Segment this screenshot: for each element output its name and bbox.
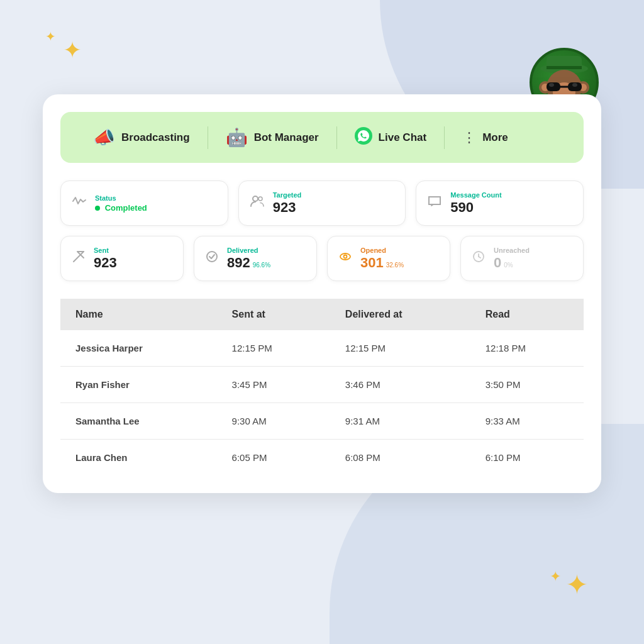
delivered-sub: 96.6% bbox=[253, 262, 270, 269]
svg-point-13 bbox=[572, 83, 577, 87]
eye-icon bbox=[339, 250, 352, 267]
cell-name-2: Samantha Lee bbox=[60, 403, 217, 440]
table-row: Samantha Lee 9:30 AM 9:31 AM 9:33 AM bbox=[60, 403, 584, 440]
svg-point-12 bbox=[549, 83, 554, 87]
message-count-value: 590 bbox=[450, 200, 501, 215]
svg-rect-2 bbox=[547, 66, 582, 69]
targeted-value: 923 bbox=[273, 200, 302, 215]
live-chat-icon bbox=[355, 127, 372, 148]
svg-point-21 bbox=[344, 255, 347, 258]
table-row: Ryan Fisher 3:45 PM 3:46 PM 3:50 PM bbox=[60, 367, 584, 403]
cell-delivered-at-3: 6:08 PM bbox=[330, 440, 470, 476]
stats-row-2: Sent 923 Delivered 892 96.6% bbox=[60, 236, 584, 281]
cell-delivered-at-2: 9:31 AM bbox=[330, 403, 470, 440]
cell-sent-at-3: 6:05 PM bbox=[217, 440, 330, 476]
col-header-sent-at: Sent at bbox=[217, 299, 330, 330]
stat-message-count: Message Count 590 bbox=[416, 180, 584, 226]
unreached-label: Unreached bbox=[494, 247, 530, 254]
stat-targeted: Targeted 923 bbox=[238, 180, 406, 226]
users-icon bbox=[250, 194, 264, 212]
opened-sub: 32.6% bbox=[386, 262, 404, 269]
cell-read-0: 12:18 PM bbox=[470, 330, 584, 367]
nav-divider-3 bbox=[444, 126, 445, 149]
nav-live-chat-label: Live Chat bbox=[379, 131, 427, 144]
sparkle-top-left-small: ✦ bbox=[45, 30, 56, 43]
targeted-content: Targeted 923 bbox=[273, 191, 302, 215]
sent-label: Sent bbox=[94, 247, 117, 254]
unreached-sub: 0% bbox=[504, 262, 513, 269]
status-value: Completed bbox=[95, 203, 147, 213]
nav-item-more[interactable]: ⋮ More bbox=[447, 125, 523, 151]
cell-delivered-at-1: 3:46 PM bbox=[330, 367, 470, 403]
stat-unreached: Unreached 0 0% bbox=[460, 236, 584, 281]
cell-name-0: Jessica Harper bbox=[60, 330, 217, 367]
sparkle-top-left: ✦ bbox=[63, 39, 82, 62]
message-count-content: Message Count 590 bbox=[450, 191, 501, 215]
delivered-label: Delivered bbox=[227, 247, 270, 254]
bot-manager-icon: 🤖 bbox=[226, 129, 248, 147]
opened-value: 301 bbox=[360, 255, 384, 270]
cell-sent-at-2: 9:30 AM bbox=[217, 403, 330, 440]
clock-icon bbox=[472, 250, 485, 267]
send-icon bbox=[72, 250, 85, 267]
opened-content: Opened 301 32.6% bbox=[360, 247, 404, 270]
nav-item-broadcasting[interactable]: 📣 Broadcasting bbox=[78, 124, 205, 152]
sparkle-bottom-right-small: ✦ bbox=[550, 570, 561, 584]
nav-broadcasting-label: Broadcasting bbox=[121, 131, 190, 144]
cell-read-3: 6:10 PM bbox=[470, 440, 584, 476]
status-dot bbox=[95, 206, 100, 211]
nav-more-label: More bbox=[482, 131, 508, 144]
stat-opened: Opened 301 32.6% bbox=[327, 236, 450, 281]
unreached-value: 0 bbox=[494, 255, 501, 270]
broadcasting-icon: 📣 bbox=[93, 129, 115, 147]
svg-line-24 bbox=[479, 257, 480, 258]
stats-row-1: Status Completed Targeted 923 bbox=[60, 180, 584, 226]
table-header-row: Name Sent at Delivered at Read bbox=[60, 299, 584, 330]
cell-read-1: 3:50 PM bbox=[470, 367, 584, 403]
status-content: Status Completed bbox=[95, 194, 147, 213]
stat-delivered: Delivered 892 96.6% bbox=[194, 236, 317, 281]
col-header-delivered-at: Delivered at bbox=[330, 299, 470, 330]
table-row: Jessica Harper 12:15 PM 12:15 PM 12:18 P… bbox=[60, 330, 584, 367]
cell-sent-at-0: 12:15 PM bbox=[217, 330, 330, 367]
nav-item-live-chat[interactable]: Live Chat bbox=[340, 122, 442, 153]
table-body: Jessica Harper 12:15 PM 12:15 PM 12:18 P… bbox=[60, 330, 584, 475]
svg-point-19 bbox=[207, 252, 217, 262]
table-header: Name Sent at Delivered at Read bbox=[60, 299, 584, 330]
nav-item-bot-manager[interactable]: 🤖 Bot Manager bbox=[211, 124, 334, 152]
message-icon bbox=[428, 194, 441, 212]
check-icon bbox=[206, 250, 218, 267]
stat-status: Status Completed bbox=[60, 180, 228, 226]
opened-label: Opened bbox=[360, 247, 404, 254]
unreached-content: Unreached 0 0% bbox=[494, 247, 530, 270]
more-dots-icon: ⋮ bbox=[462, 130, 476, 146]
table-row: Laura Chen 6:05 PM 6:08 PM 6:10 PM bbox=[60, 440, 584, 476]
stat-sent: Sent 923 bbox=[60, 236, 184, 281]
col-header-name: Name bbox=[60, 299, 217, 330]
cell-read-2: 9:33 AM bbox=[470, 403, 584, 440]
nav-bot-manager-label: Bot Manager bbox=[254, 131, 319, 144]
delivered-value: 892 bbox=[227, 255, 250, 270]
svg-point-16 bbox=[253, 196, 258, 201]
svg-point-17 bbox=[258, 197, 262, 201]
sent-content: Sent 923 bbox=[94, 247, 117, 270]
nav-divider-2 bbox=[336, 126, 337, 149]
nav-divider-1 bbox=[208, 126, 208, 149]
col-header-read: Read bbox=[470, 299, 584, 330]
activity-icon bbox=[72, 194, 86, 212]
cell-name-1: Ryan Fisher bbox=[60, 367, 217, 403]
status-label: Status bbox=[95, 194, 147, 202]
sent-value: 923 bbox=[94, 255, 117, 270]
svg-point-20 bbox=[340, 253, 350, 260]
data-table: Name Sent at Delivered at Read Jessica H… bbox=[60, 299, 584, 475]
sparkle-bottom-right: ✦ bbox=[565, 571, 589, 599]
cell-sent-at-1: 3:45 PM bbox=[217, 367, 330, 403]
main-card: 📣 Broadcasting 🤖 Bot Manager Live Chat ⋮… bbox=[43, 94, 601, 493]
message-count-label: Message Count bbox=[450, 191, 501, 199]
targeted-label: Targeted bbox=[273, 191, 302, 199]
delivered-content: Delivered 892 96.6% bbox=[227, 247, 270, 270]
cell-delivered-at-0: 12:15 PM bbox=[330, 330, 470, 367]
cell-name-3: Laura Chen bbox=[60, 440, 217, 476]
nav-bar: 📣 Broadcasting 🤖 Bot Manager Live Chat ⋮… bbox=[60, 112, 584, 163]
